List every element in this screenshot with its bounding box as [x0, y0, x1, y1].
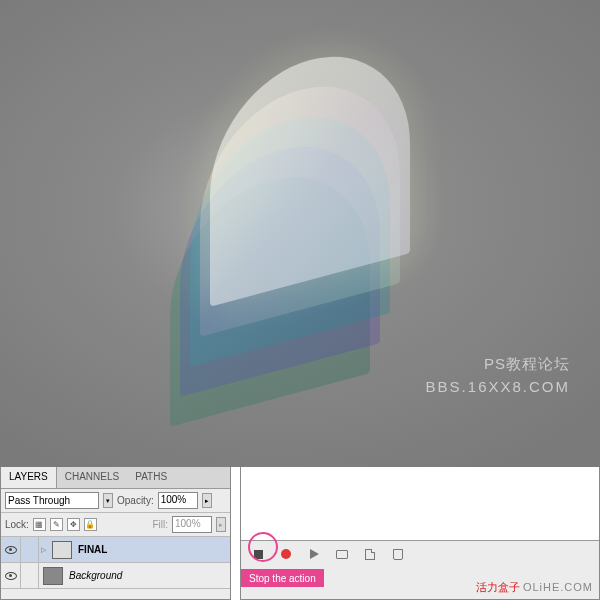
watermark-top-2: BBS.16XX8.COM [426, 378, 570, 395]
link-cell[interactable] [21, 537, 39, 562]
folder-icon [336, 550, 348, 559]
lock-pixels-icon[interactable]: ✎ [50, 518, 63, 531]
lock-all-icon[interactable]: 🔒 [84, 518, 97, 531]
bg-thumb-icon [43, 567, 63, 585]
new-action-button[interactable] [363, 547, 377, 561]
delete-button[interactable] [391, 547, 405, 561]
blend-mode-row: ▾ Opacity: 100% ▸ [1, 489, 230, 513]
opacity-arrow-icon[interactable]: ▸ [202, 493, 212, 508]
blend-mode-select[interactable] [5, 492, 99, 509]
watermark-top-1: PS教程论坛 [484, 355, 570, 374]
eye-icon [5, 546, 17, 554]
record-button[interactable] [279, 547, 293, 561]
layer-name[interactable]: FINAL [76, 544, 107, 555]
tab-paths[interactable]: PATHS [127, 467, 175, 488]
visibility-toggle[interactable] [1, 537, 21, 562]
layers-panel: LAYERS CHANNELS PATHS ▾ Opacity: 100% ▸ … [0, 467, 231, 600]
tab-layers[interactable]: LAYERS [1, 467, 57, 488]
fill-label: Fill: [152, 519, 168, 530]
lock-row: Lock: ▦ ✎ ✥ 🔒 Fill: 100% ▸ [1, 513, 230, 537]
play-button[interactable] [307, 547, 321, 561]
stop-icon [254, 550, 263, 559]
link-cell[interactable] [21, 563, 39, 588]
expand-triangle-icon[interactable]: ▷ [41, 546, 46, 554]
folder-thumb-icon [52, 541, 72, 559]
watermark-bottom: 活力盒子 OLiHE.COM [476, 580, 593, 595]
new-set-button[interactable] [335, 547, 349, 561]
preview-image-area: PS教程论坛 BBS.16XX8.COM [0, 0, 600, 467]
visibility-toggle[interactable] [1, 563, 21, 588]
panels-row: LAYERS CHANNELS PATHS ▾ Opacity: 100% ▸ … [0, 467, 600, 600]
lock-position-icon[interactable]: ✥ [67, 518, 80, 531]
lock-label: Lock: [5, 519, 29, 530]
layer-row[interactable]: ▷ FINAL [1, 537, 230, 563]
opacity-field[interactable]: 100% [158, 492, 198, 509]
watermark-bottom-gray: OLiHE.COM [523, 581, 593, 593]
tab-channels[interactable]: CHANNELS [57, 467, 127, 488]
eye-icon [5, 572, 17, 580]
opacity-label: Opacity: [117, 495, 154, 506]
stop-action-callout: Stop the action [241, 569, 324, 587]
panel-tabs: LAYERS CHANNELS PATHS [1, 467, 230, 489]
watermark-bottom-red: 活力盒子 [476, 581, 520, 593]
panel-divider [231, 467, 240, 600]
fill-arrow-icon: ▸ [216, 517, 226, 532]
glass-3d-letter [130, 50, 410, 400]
play-icon [310, 549, 319, 559]
actions-content-area [241, 467, 599, 541]
trash-icon [393, 549, 403, 560]
lock-transparent-icon[interactable]: ▦ [33, 518, 46, 531]
record-icon [281, 549, 291, 559]
layer-row[interactable]: Background [1, 563, 230, 589]
stop-button[interactable] [251, 547, 265, 561]
new-page-icon [365, 549, 375, 560]
actions-panel: Stop the action 活力盒子 OLiHE.COM [240, 467, 600, 600]
layer-name[interactable]: Background [67, 570, 122, 581]
blend-dropdown-arrow-icon[interactable]: ▾ [103, 493, 113, 508]
fill-field: 100% [172, 516, 212, 533]
actions-toolbar [241, 541, 599, 567]
